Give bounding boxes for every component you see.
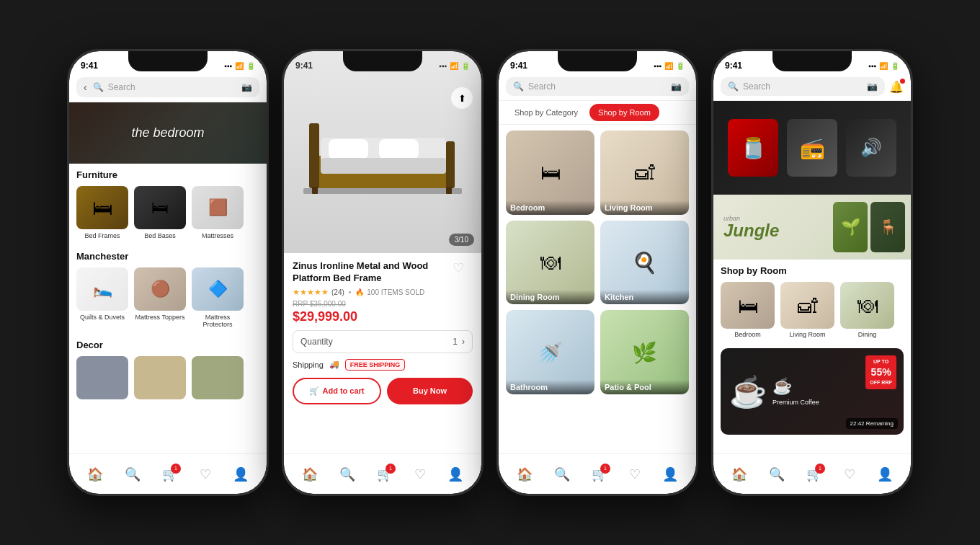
nav-profile-3[interactable]: 👤 (662, 466, 678, 482)
add-to-cart-button[interactable]: 🛒 Add to cart (293, 378, 381, 404)
decor-1-img (76, 356, 128, 399)
share-button[interactable]: ⬆ (451, 87, 473, 109)
nav-cart-3[interactable]: 🛒 1 (592, 466, 607, 482)
nav-home-3[interactable]: 🏠 (517, 466, 533, 482)
signal-icon-3: ▪▪▪ (654, 62, 662, 70)
search-bar-4[interactable]: 🔍 Search 📷 (721, 77, 885, 96)
search-icon-4: 🔍 (728, 81, 739, 92)
nav-profile-1[interactable]: 👤 (233, 466, 249, 482)
nav-profile-2[interactable]: 👤 (447, 466, 463, 482)
camera-icon-4[interactable]: 📷 (867, 81, 878, 92)
bedroom-label: Bedroom (506, 200, 594, 215)
room-h-bedroom[interactable]: Bedroom (721, 282, 775, 338)
battery-icon: 🔋 (246, 62, 255, 70)
cta-row: 🛒 Add to cart Buy Now (293, 378, 473, 404)
nav-search-4[interactable]: 🔍 (769, 466, 785, 482)
category-decor-1[interactable] (76, 356, 128, 402)
patio-label: Patio & Pool (600, 380, 689, 394)
svg-rect-6 (379, 139, 419, 159)
truck-icon: 🚚 (329, 360, 339, 369)
category-mattress-protectors[interactable]: 🔷 Mattress Protectors (192, 267, 244, 328)
category-bed-frames[interactable]: Bed Frames (76, 186, 128, 239)
nav-cart-4[interactable]: 🛒 1 (806, 466, 822, 482)
nav-profile-4[interactable]: 👤 (877, 466, 893, 482)
svg-rect-8 (312, 187, 318, 194)
mattress-protectors-label: Mattress Protectors (192, 314, 244, 328)
svg-rect-9 (446, 187, 452, 194)
manchester-section-title: Manchester (69, 245, 267, 265)
nav-wishlist-2[interactable]: ♡ (414, 466, 426, 482)
buy-now-button[interactable]: Buy Now (387, 378, 473, 404)
room-h-dining-label: Dining (840, 331, 894, 338)
quilts-label: Quilts & Duvets (80, 314, 125, 321)
room-dining[interactable]: Dining Room (506, 221, 594, 305)
battery-icon-2: 🔋 (461, 62, 470, 70)
cart-badge-3: 1 (600, 464, 610, 474)
bed-bases-label: Bed Bases (144, 232, 176, 239)
nav-search-1[interactable]: 🔍 (125, 466, 141, 482)
room-h-living[interactable]: Living Room (780, 282, 834, 338)
nav-cart-1[interactable]: 🛒 1 (162, 466, 178, 482)
camera-icon-3[interactable]: 📷 (671, 81, 682, 92)
decor-categories (69, 353, 267, 408)
room-h-dining[interactable]: Dining (840, 282, 894, 338)
search-bar-3[interactable]: 🔍 Search 📷 (506, 77, 689, 96)
jungle-title-text: Jungle (723, 222, 779, 239)
category-mattresses[interactable]: 🟫 Mattresses (192, 186, 244, 239)
bed-base-visual (134, 186, 186, 229)
status-time-4: 9:41 (725, 61, 742, 71)
nav-wishlist-4[interactable]: ♡ (844, 466, 855, 482)
image-counter: 3/10 (449, 234, 474, 246)
cart-badge-1: 1 (171, 464, 181, 474)
nav-home-1[interactable]: 🏠 (87, 466, 103, 482)
mattress-toppers-label: Mattress Toppers (135, 314, 185, 321)
rooms-grid: Bedroom Living Room Dining Room Kitchen … (499, 125, 696, 400)
quantity-row[interactable]: Quantity 1 › (293, 330, 473, 353)
category-decor-2[interactable] (134, 356, 186, 402)
shipping-label: Shipping (293, 360, 324, 369)
nav-home-2[interactable]: 🏠 (302, 466, 318, 482)
nav-cart-2[interactable]: 🛒 1 (377, 466, 393, 482)
tab-category[interactable]: Shop by Category (506, 104, 587, 121)
room-kitchen[interactable]: Kitchen (600, 221, 689, 305)
svg-rect-7 (321, 158, 446, 174)
room-bedroom[interactable]: Bedroom (506, 130, 594, 215)
room-bathroom[interactable]: Bathroom (506, 310, 594, 394)
tab-room[interactable]: Shop by Room (589, 104, 659, 121)
search-bar-1[interactable]: ‹ 🔍 Search 📷 (76, 77, 259, 97)
nav-search-2[interactable]: 🔍 (339, 466, 355, 482)
nav-wishlist-1[interactable]: ♡ (200, 466, 211, 482)
phone-1: 9:41 ▪▪▪ 📶 🔋 ‹ 🔍 Search 📷 the bedroom Fu… (67, 49, 269, 496)
add-cart-label: Add to cart (322, 386, 364, 395)
room-living[interactable]: Living Room (600, 130, 689, 215)
category-mattress-toppers[interactable]: 🟤 Mattress Toppers (134, 267, 186, 328)
nav-wishlist-3[interactable]: ♡ (629, 466, 641, 482)
appliances-banner: 🫙 📻 🔊 (713, 101, 911, 195)
cart-badge-4: 1 (815, 464, 825, 474)
nav-home-4[interactable]: 🏠 (731, 466, 747, 482)
living-label: Living Room (600, 200, 689, 215)
phone1-header: ‹ 🔍 Search 📷 (69, 77, 267, 102)
notch-3 (558, 51, 637, 71)
phone3-header: 🔍 Search 📷 (499, 77, 696, 101)
camera-icon-1[interactable]: 📷 (241, 82, 252, 92)
items-sold: 100 ITEMS SOLD (367, 288, 424, 296)
category-decor-3[interactable] (192, 356, 244, 402)
bed-frames-label: Bed Frames (84, 232, 120, 239)
notification-icon[interactable]: 🔔 (889, 80, 904, 94)
bottom-nav-4: 🏠 🔍 🛒 1 ♡ 👤 (713, 453, 911, 494)
category-bed-bases[interactable]: Bed Bases (134, 186, 186, 239)
wishlist-button[interactable]: ♡ (453, 260, 464, 276)
back-icon[interactable]: ‹ (84, 81, 87, 93)
phone-3: 9:41 ▪▪▪ 📶 🔋 🔍 Search 📷 Shop by Category… (496, 49, 698, 496)
search-icon-3: 🔍 (513, 81, 524, 92)
status-time-1: 9:41 (81, 61, 98, 71)
coffee-machine-promo: ☕ ☕ Premium Coffee UP TO 55% OFF RRP 22:… (721, 348, 904, 435)
signal-icon-4: ▪▪▪ (868, 62, 876, 70)
battery-icon-3: 🔋 (676, 62, 685, 70)
category-quilts[interactable]: 🛌 Quilts & Duvets (76, 267, 128, 328)
nav-search-3[interactable]: 🔍 (554, 466, 570, 482)
signal-icon-2: ▪▪▪ (439, 62, 447, 70)
room-patio[interactable]: Patio & Pool (600, 310, 689, 394)
timer-badge: 22:42 Remaining (846, 418, 898, 429)
